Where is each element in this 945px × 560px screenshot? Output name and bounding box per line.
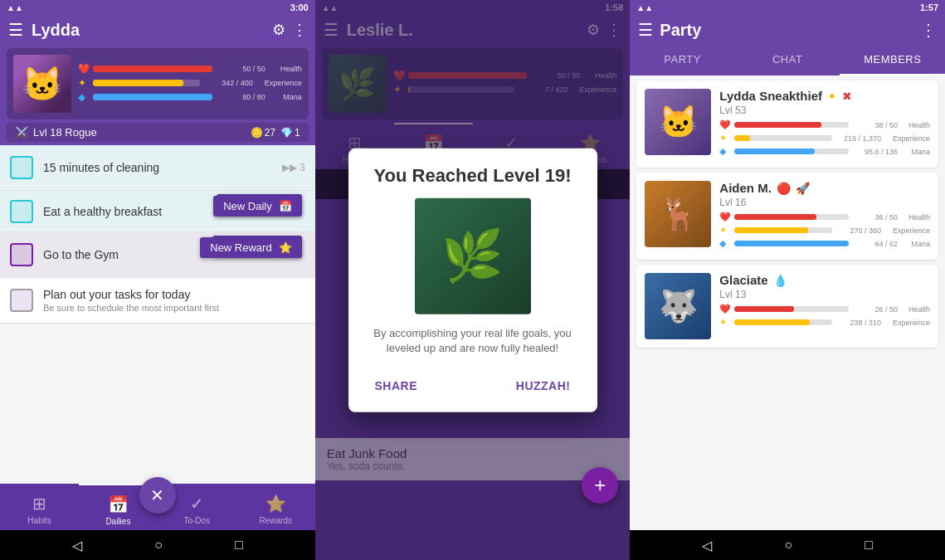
- party-menu-icon[interactable]: ☰: [638, 20, 653, 40]
- home-btn-3[interactable]: ○: [785, 538, 793, 553]
- party-more-icon[interactable]: ⋮: [920, 20, 937, 40]
- member-exp-stat-2: Experience: [884, 226, 930, 235]
- tab-chat[interactable]: CHAT: [735, 45, 840, 75]
- dialog-title: You Reached Level 19!: [368, 164, 577, 186]
- new-reward-button[interactable]: New Reward ⭐: [200, 237, 301, 258]
- more-icon-1[interactable]: ⋮: [292, 21, 307, 39]
- task-item-2[interactable]: Eat a healthy breakfast New Habit ⊞ New …: [0, 191, 315, 232]
- member-health-label-2: 36 / 50: [852, 213, 898, 222]
- time-1: 3:00: [290, 2, 309, 12]
- task-item-1[interactable]: 15 minutes of cleaning ▶▶ 3: [0, 145, 315, 191]
- share-button[interactable]: SHARE: [368, 376, 425, 396]
- member-name-1: Lydda Sneakthief: [719, 89, 822, 103]
- member-mana-bar-2: [734, 241, 849, 246]
- fab-close-button[interactable]: ✕: [139, 477, 176, 514]
- member-exp-stat-1: Experience: [884, 134, 930, 143]
- app-title-1: Lydda: [32, 21, 265, 40]
- status-bar-3: ▲▲ 1:57: [630, 0, 945, 15]
- member-level-3: Lvl 13: [719, 289, 930, 300]
- health-label-1: 50 / 50: [216, 65, 265, 73]
- member-card-1[interactable]: 🐱 Lydda Sneakthief ✦ ✖ Lvl 53 ❤️ 38 / 50…: [636, 80, 938, 168]
- member-name-row-3: Glaciate 💧: [719, 273, 930, 287]
- menu-icon-1[interactable]: ☰: [8, 20, 23, 40]
- dialog-image: 🌿: [415, 197, 531, 314]
- panel-lydda: ▲▲ 3:00 ☰ Lydda ⚙ ⋮ 🐱 ❤️ 50 / 50 Health …: [0, 0, 315, 560]
- filter-icon-1[interactable]: ⚙: [272, 21, 285, 39]
- class-icon-1: ⚔️: [15, 126, 28, 139]
- member-health-icon-2: ❤️: [719, 212, 731, 222]
- recent-btn-3[interactable]: □: [865, 538, 873, 553]
- member-mana-label-2: 64 / 62: [852, 240, 898, 248]
- task-checkbox-1[interactable]: [10, 156, 33, 179]
- task-item-3[interactable]: Go to the Gym New To-Do ☑ New Reward ⭐: [0, 232, 315, 278]
- exp-icon-1: ✦: [78, 77, 90, 89]
- task-checkbox-3[interactable]: [10, 243, 33, 266]
- gem-icon-1: 💎: [280, 127, 293, 139]
- member-health-label-3: 26 / 50: [852, 305, 898, 314]
- member-icons-1: ✦: [827, 90, 837, 103]
- huzzah-button[interactable]: HUZZAH!: [509, 376, 577, 396]
- member-card-2[interactable]: 🦌 Aiden M. 🔴 🚀 Lvl 16 ❤️ 36 / 50 Health …: [636, 173, 938, 260]
- member-level-2: Lvl 16: [719, 197, 930, 208]
- member-avatar-1: 🐱: [645, 89, 711, 155]
- health-row-1: ❤️ 50 / 50 Health: [78, 63, 302, 75]
- party-header: ☰ Party ⋮: [630, 15, 945, 45]
- nav-rewards-1[interactable]: ⭐ Rewards: [236, 484, 315, 530]
- task-checkbox-2[interactable]: [10, 200, 33, 223]
- mana-stat-1: Mana: [269, 93, 302, 101]
- panel-leslie: ▲▲ 1:58 ☰ Leslie L. ⚙ ⋮ 🌿 ❤️ 50 / 50 Hea…: [315, 0, 631, 560]
- android-nav-3: ◁ ○ □: [630, 530, 945, 560]
- member-exp-bar-2: [734, 227, 807, 233]
- task-item-4[interactable]: Plan out your tasks for today Be sure to…: [0, 278, 315, 324]
- member-exp-stat-3: Experience: [884, 319, 930, 327]
- member-health-icon-1: ❤️: [719, 119, 731, 130]
- member-icons-3: 💧: [773, 274, 787, 287]
- member-health-stat-3: Health: [901, 305, 930, 314]
- exp-row-1: ✦ 342 / 400 Experience: [78, 77, 302, 89]
- signal-icon: ▲▲: [7, 3, 23, 12]
- member-exp-icon-2: ✦: [719, 225, 731, 236]
- tab-members[interactable]: MEMBERS: [840, 45, 945, 75]
- member-info-3: Glaciate 💧 Lvl 13 ❤️ 26 / 50 Health ✦ 23…: [719, 273, 930, 339]
- task-list-1[interactable]: 15 minutes of cleaning ▶▶ 3 Eat a health…: [0, 145, 315, 484]
- new-reward-icon: ⭐: [279, 241, 292, 254]
- member-rocket-icon-2: 🚀: [796, 182, 810, 195]
- member-info-1: Lydda Sneakthief ✦ ✖ Lvl 53 ❤️ 38 / 50 H…: [719, 89, 930, 159]
- new-daily-button[interactable]: New Daily 📅: [213, 196, 302, 217]
- member-icons-2: 🔴: [777, 182, 791, 195]
- back-btn-3[interactable]: ◁: [702, 538, 712, 553]
- member-health-row-1: ❤️ 38 / 50 Health: [719, 119, 930, 130]
- member-mana-stat-1: Mana: [901, 148, 930, 156]
- status-bar-1: ▲▲ 3:00: [0, 0, 315, 15]
- dialog-body: By accomplishing your real life goals, y…: [368, 325, 577, 355]
- app-header-1: ☰ Lydda ⚙ ⋮: [0, 15, 315, 45]
- fab-icon-2: +: [594, 474, 606, 497]
- member-health-row-2: ❤️ 36 / 50 Health: [719, 212, 930, 222]
- mana-bar-1: [93, 94, 212, 100]
- member-exp-bar-1: [734, 135, 750, 141]
- level-up-dialog: You Reached Level 19! 🌿 By accomplishing…: [348, 148, 597, 411]
- member-health-row-3: ❤️ 26 / 50 Health: [719, 304, 930, 314]
- nav-habits-1[interactable]: ⊞ Habits: [0, 484, 79, 530]
- task-text-1: 15 minutes of cleaning: [43, 161, 282, 174]
- home-btn-1[interactable]: ○: [154, 538, 163, 553]
- member-health-icon-3: ❤️: [719, 304, 731, 314]
- party-tabs: PARTY CHAT MEMBERS: [630, 45, 945, 75]
- member-health-bar-2: [734, 214, 816, 220]
- tab-party[interactable]: PARTY: [630, 45, 735, 75]
- member-exp-label-1: 219 / 1,370: [835, 134, 881, 143]
- member-mana-icon-1: ◆: [719, 146, 731, 157]
- recent-btn-1[interactable]: □: [235, 538, 243, 553]
- char-stats-1: ❤️ 50 / 50 Health ✦ 342 / 400 Experience…: [78, 63, 302, 105]
- member-exp-label-3: 238 / 310: [835, 319, 881, 327]
- task-checkbox-4[interactable]: [10, 289, 33, 312]
- avatar-1: 🐱: [13, 55, 71, 113]
- back-btn-1[interactable]: ◁: [72, 538, 82, 553]
- member-mana-label-1: 95.6 / 136: [852, 148, 898, 156]
- member-health-label-1: 38 / 50: [852, 121, 898, 129]
- task-count-1: ▶▶ 3: [282, 162, 305, 173]
- member-exp-icon-1: ✦: [719, 133, 731, 144]
- exp-stat-1: Experience: [256, 79, 302, 87]
- member-card-3[interactable]: 🐺 Glaciate 💧 Lvl 13 ❤️ 26 / 50 Health ✦: [636, 265, 938, 348]
- health-stat-1: Health: [269, 65, 302, 73]
